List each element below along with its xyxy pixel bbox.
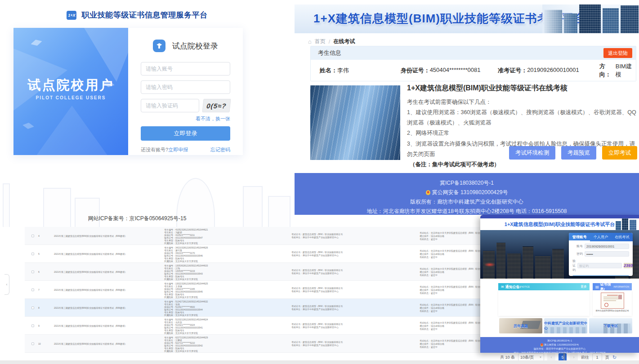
banner-past-papers[interactable]: 历年真题 <box>499 318 542 333</box>
home-icon: ⌂ <box>308 38 312 45</box>
exam-org: 考核单位：廊坊市中科建筑产业化创新研究中心 <box>291 254 343 257</box>
password-label: 密码 <box>572 252 583 256</box>
field-label: 姓名： <box>320 67 337 75</box>
apply-link[interactable]: 立即申报 <box>168 146 188 153</box>
banner-research-center[interactable]: 中科建筑产业化创新研究中心 <box>544 318 587 333</box>
building <box>579 4 601 33</box>
candidate-school: 所属院校：北京科技大学天津学院 <box>164 332 208 334</box>
captcha-refresh-link[interactable]: 看不清，换一张 <box>141 115 230 122</box>
captcha-image[interactable]: 0(5≈? <box>202 99 231 112</box>
sidebar-collapse-handle[interactable]: ‹ <box>4 274 9 295</box>
field-value: 2019092600010001 <box>527 67 579 75</box>
candidate-name-field: 姓名：李伟 <box>320 67 401 75</box>
banner-download-zone[interactable]: 下载专区 <box>589 318 632 333</box>
exam-org: 考核单位：廊坊市中科建筑产业化创新研究中心 <box>291 326 343 329</box>
cert-line <box>603 300 616 301</box>
login-form-title: 试点院校登录 <box>141 40 230 52</box>
field-value: 450404********0081 <box>430 67 481 75</box>
breadcrumb-home[interactable]: 首页 <box>315 38 326 45</box>
login-form-title-text: 试点院校登录 <box>172 41 218 51</box>
page-unit-label: 页 <box>605 355 609 360</box>
footer-address: 地址：河北省廊坊市开发区耀华道18号联东招商中心2楼208号 电话：0316-5… <box>480 351 639 353</box>
row-checkbox[interactable] <box>31 306 34 309</box>
portal-overlay: 1+X建筑信息模型(BIM)职业技能等级证书考试平台 管理账号 个人用户 在线考 <box>480 215 639 353</box>
building <box>507 253 521 279</box>
forgot-password-link[interactable]: 忘记密码 <box>210 146 230 153</box>
row-cert-info: 考试证书：建筑信息模型（BIM）职业技能等级证书 考核单位：廊坊市中科建筑产业化… <box>291 323 343 329</box>
captcha-row: 0(5≈? <box>141 99 230 112</box>
platform-title: 职业技能等级证书信息管理服务平台 <box>82 10 208 20</box>
pilot-user-banner: 试点院校用户 PILOT COLLEGE USERS <box>13 28 128 155</box>
exam-cert: 考试证书：建筑信息模型（BIM）职业技能等级证书 <box>291 233 343 236</box>
pilot-user-subtitle: PILOT COLLEGE USERS <box>13 95 128 100</box>
cert-panel-header: ▤ 证书信息/ INFORMATION <box>593 283 632 290</box>
candidate-school: 所属院校：北京科技大学天津学院 <box>164 350 208 352</box>
building <box>535 256 550 279</box>
footer-icp2: 冀公网安备 13109802000429号 <box>432 189 508 195</box>
bottom-strip <box>0 360 639 364</box>
row-cert-info: 考试证书：建筑信息模型（BIM）职业技能等级证书 考核单位：廊坊市中科建筑产业化… <box>291 341 343 347</box>
notice-more-link[interactable]: 更多 <box>581 284 587 289</box>
exam-cert: 考试证书：建筑信息模型（BIM）职业技能等级证书 <box>291 341 343 344</box>
platform-brand: 1+X 职业技能等级证书信息管理服务平台 <box>0 10 274 20</box>
exam-org: 考核单位：廊坊市中科建筑产业化创新研究中心 <box>291 290 343 293</box>
candidate-idcard-field: 身份证号：450404********0081 <box>401 67 498 75</box>
exam-banner: 1+X建筑信息模型(BIM)职业技能等级证书考试平台 <box>295 4 639 33</box>
question-preview-button[interactable]: 考题预览 <box>561 146 596 160</box>
env-check-button[interactable]: 考试环境检测 <box>509 146 555 160</box>
footer-icp2-row: 冀公网安备 13109802000429号 <box>295 188 639 197</box>
exam-org: 考核单位：廊坊市中科建筑产业化创新研究中心 <box>291 272 343 275</box>
footer-icp1: 冀ICP备18038020号-1 <box>480 339 639 343</box>
row-candidate-detail: 考生编号：51342728121605021451944632 考生姓名：张南 … <box>164 300 208 316</box>
tab-admin-account[interactable]: 管理账号 <box>569 233 590 241</box>
portal-login-button[interactable]: 登录 <box>572 275 629 276</box>
field-value: BIM建模 <box>616 62 636 79</box>
row-index: 9 <box>38 324 40 327</box>
row-checkbox[interactable] <box>31 342 34 345</box>
row-index: 8 <box>38 306 40 309</box>
certificate-image[interactable] <box>601 293 624 309</box>
refresh-icon[interactable]: ↻ <box>612 355 617 360</box>
exam-cert: 考试证书：建筑信息模型（BIM）职业技能等级证书 <box>291 269 343 272</box>
row-checkbox[interactable] <box>31 235 34 237</box>
candidate-school: 所属院校：北京科技大学天津学院 <box>164 296 208 298</box>
start-exam-button[interactable]: 立即考试 <box>602 146 637 160</box>
account-input[interactable] <box>141 62 230 75</box>
chevron-down-icon: ▼ <box>539 356 542 359</box>
pilot-login-page: 1+X 职业技能等级证书信息管理服务平台 试点院校用户 PILOT COLLEG… <box>0 0 295 227</box>
exam-cert: 考试证书：建筑信息模型（BIM）职业技能等级证书 <box>291 305 343 308</box>
login-bottom-links: 还没有账号? 立即申报 忘记密码 <box>141 146 230 153</box>
breadcrumb: ⌂ 首页 / 在线考试 <box>308 38 355 45</box>
logout-button[interactable]: 退出登陆 <box>603 48 632 58</box>
tab-personal-user[interactable]: 个人用户 <box>590 233 611 241</box>
row-candidate-detail: 考生编号：13022328121605021451944625 考生姓名：王孝振… <box>164 282 208 298</box>
captcha-text: 0(5≈? <box>206 102 227 110</box>
captcha-label: 验证码 <box>572 259 576 272</box>
captcha-input[interactable] <box>141 99 199 112</box>
screen: 1+X 职业技能等级证书信息管理服务平台 试点院校用户 PILOT COLLEG… <box>0 0 639 364</box>
portal-captcha-input[interactable] <box>577 263 622 268</box>
footer-icp1: 冀ICP备18038020号-1 <box>295 178 639 188</box>
exam-footer: 冀ICP备18038020号-1 冀公网安备 13109802000429号 版… <box>295 173 639 215</box>
portal-password-input[interactable] <box>585 251 629 257</box>
row-checkbox[interactable] <box>31 253 34 255</box>
exam-org: 考核单位：廊坊市中科建筑产业化创新研究中心 <box>291 236 343 239</box>
candidate-info-panel: 考生信息 退出登陆 姓名：李伟 身份证号：450404********0081 … <box>310 46 636 81</box>
portal-captcha-row: 验证码 2393 <box>572 259 629 272</box>
mail-icon: ✉ <box>501 285 504 289</box>
row-candidate-detail: 考生编号：51332128121605021451944624 考生姓名：马良琼… <box>164 318 208 334</box>
exam-cert: 考试证书：建筑信息模型（BIM）职业技能等级证书 <box>291 251 343 254</box>
portal-login-tabs: 管理账号 个人用户 在线考试 <box>569 233 633 241</box>
portal-account-input[interactable] <box>585 244 629 249</box>
exam-org: 考核单位：廊坊市中科建筑产业化创新研究中心 <box>291 308 343 311</box>
candidate-info-title: 考生信息 <box>318 49 341 57</box>
breadcrumb-separator: / <box>329 39 330 45</box>
row-checkbox[interactable] <box>31 324 34 327</box>
login-button[interactable]: 立即登录 <box>141 126 230 141</box>
row-checkbox[interactable] <box>31 289 34 291</box>
portal-captcha-image[interactable]: 2393 <box>624 263 633 268</box>
password-input[interactable] <box>141 80 230 94</box>
tab-online-exam[interactable]: 在线考试 <box>612 233 633 241</box>
exam-notice-title: 1+X建筑信息模型(BIM)职业技能等级证书在线考核 <box>407 84 637 93</box>
row-checkbox[interactable] <box>31 271 34 273</box>
